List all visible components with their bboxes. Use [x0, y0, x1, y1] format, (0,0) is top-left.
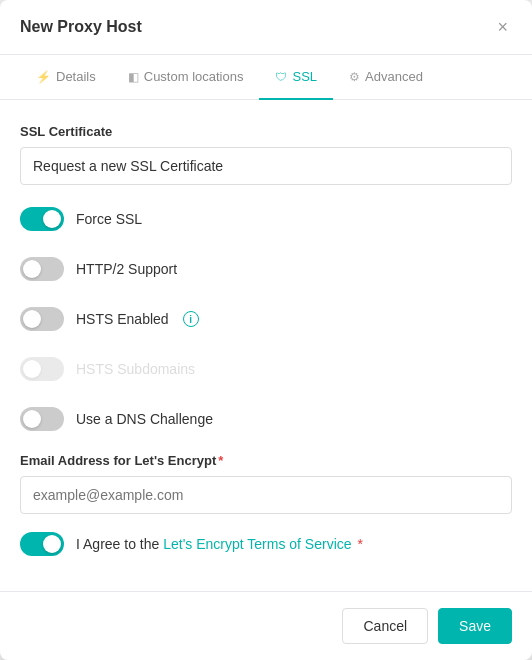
hsts-subdomains-row: HSTS Subdomains	[20, 353, 512, 385]
modal: New Proxy Host × ⚡ Details ◧ Custom loca…	[0, 0, 532, 660]
advanced-icon: ⚙	[349, 70, 360, 84]
force-ssl-label: Force SSL	[76, 211, 142, 227]
modal-body: SSL Certificate None Request a new SSL C…	[0, 100, 532, 591]
close-button[interactable]: ×	[493, 16, 512, 38]
tab-advanced[interactable]: ⚙ Advanced	[333, 55, 439, 100]
http2-label: HTTP/2 Support	[76, 261, 177, 277]
hsts-sub-label: HSTS Subdomains	[76, 361, 195, 377]
tos-row: I Agree to the Let's Encrypt Terms of Se…	[20, 532, 512, 556]
modal-title: New Proxy Host	[20, 18, 142, 36]
hsts-track	[20, 307, 64, 331]
tos-track	[20, 532, 64, 556]
hsts-sub-track	[20, 357, 64, 381]
ssl-certificate-group: SSL Certificate None Request a new SSL C…	[20, 124, 512, 185]
ssl-icon: 🛡	[275, 70, 287, 84]
details-icon: ⚡	[36, 70, 51, 84]
tos-link[interactable]: Let's Encrypt Terms of Service	[163, 536, 351, 552]
dns-challenge-toggle[interactable]	[20, 407, 64, 431]
tab-details[interactable]: ⚡ Details	[20, 55, 112, 100]
http2-track	[20, 257, 64, 281]
email-required-star: *	[218, 453, 223, 468]
ssl-certificate-select[interactable]: None Request a new SSL Certificate	[20, 147, 512, 185]
force-ssl-row: Force SSL	[20, 203, 512, 235]
cancel-button[interactable]: Cancel	[342, 608, 428, 644]
tos-required-star: *	[354, 536, 363, 552]
custom-locations-icon: ◧	[128, 70, 139, 84]
hsts-toggle[interactable]	[20, 307, 64, 331]
email-input[interactable]	[20, 476, 512, 514]
hsts-row: HSTS Enabled i	[20, 303, 512, 335]
modal-header: New Proxy Host ×	[0, 0, 532, 55]
dns-challenge-row: Use a DNS Challenge	[20, 403, 512, 435]
force-ssl-track	[20, 207, 64, 231]
force-ssl-toggle[interactable]	[20, 207, 64, 231]
tab-custom-locations[interactable]: ◧ Custom locations	[112, 55, 260, 100]
tos-text: I Agree to the Let's Encrypt Terms of Se…	[76, 536, 363, 552]
tos-toggle[interactable]	[20, 532, 64, 556]
http2-toggle[interactable]	[20, 257, 64, 281]
http2-row: HTTP/2 Support	[20, 253, 512, 285]
dns-challenge-track	[20, 407, 64, 431]
hsts-label: HSTS Enabled	[76, 311, 169, 327]
tab-ssl[interactable]: 🛡 SSL	[259, 55, 333, 100]
email-group: Email Address for Let's Encrypt*	[20, 453, 512, 514]
hsts-sub-toggle[interactable]	[20, 357, 64, 381]
modal-footer: Cancel Save	[0, 591, 532, 660]
ssl-certificate-label: SSL Certificate	[20, 124, 512, 139]
save-button[interactable]: Save	[438, 608, 512, 644]
email-label: Email Address for Let's Encrypt*	[20, 453, 512, 468]
hsts-info-icon[interactable]: i	[183, 311, 199, 327]
dns-challenge-label: Use a DNS Challenge	[76, 411, 213, 427]
tab-bar: ⚡ Details ◧ Custom locations 🛡 SSL ⚙ Adv…	[0, 55, 532, 100]
